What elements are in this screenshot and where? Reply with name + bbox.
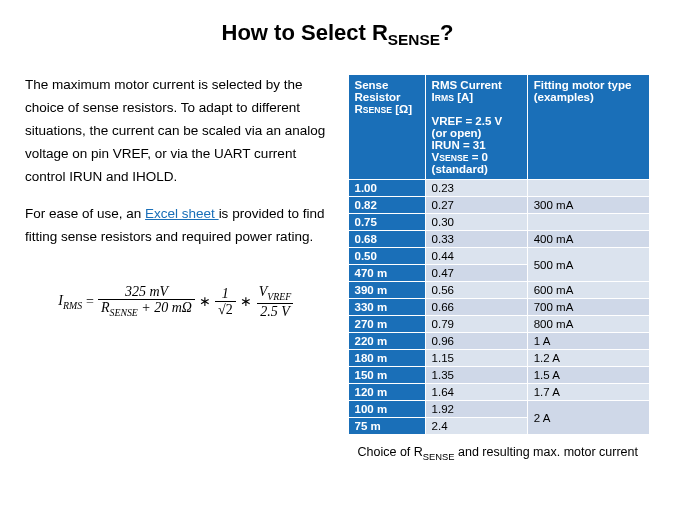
cell-irms: 1.64 bbox=[425, 384, 527, 401]
table-row: 0.680.33400 mA bbox=[348, 231, 650, 248]
main-layout: The maximum motor current is selected by… bbox=[25, 74, 650, 462]
cell-rsense: 0.50 bbox=[348, 248, 425, 265]
table-caption: Choice of RSENSE and resulting max. moto… bbox=[348, 445, 651, 462]
cell-irms: 0.23 bbox=[425, 180, 527, 197]
cell-motor: 300 mA bbox=[527, 197, 649, 214]
cell-motor: 1 A bbox=[527, 333, 649, 350]
intro2-a: For ease of use, an bbox=[25, 206, 145, 221]
cell-irms: 0.44 bbox=[425, 248, 527, 265]
cell-motor: 1.5 A bbox=[527, 367, 649, 384]
title-prefix: How to Select R bbox=[222, 20, 388, 45]
col-header-rsense: Sense Resistor RSENSE [Ω] bbox=[348, 75, 425, 180]
cell-irms: 0.30 bbox=[425, 214, 527, 231]
cell-irms: 1.35 bbox=[425, 367, 527, 384]
cell-rsense: 330 m bbox=[348, 299, 425, 316]
cell-irms: 1.15 bbox=[425, 350, 527, 367]
table-row: 330 m0.66700 mA bbox=[348, 299, 650, 316]
title-suffix: ? bbox=[440, 20, 453, 45]
cell-motor: 500 mA bbox=[527, 248, 649, 282]
formula-mult1: ∗ bbox=[199, 290, 211, 314]
formula-mult2: ∗ bbox=[240, 290, 252, 314]
table-row: 390 m0.56600 mA bbox=[348, 282, 650, 299]
formula-frac2: 1 √2 bbox=[215, 286, 236, 318]
formula-lhs: IRMS bbox=[58, 289, 82, 314]
cell-irms: 0.56 bbox=[425, 282, 527, 299]
cell-irms: 0.27 bbox=[425, 197, 527, 214]
formula-frac1: 325 mV RSENSE + 20 mΩ bbox=[98, 284, 195, 319]
formula: IRMS = 325 mV RSENSE + 20 mΩ ∗ 1 √2 ∗ VV… bbox=[25, 284, 328, 319]
cell-rsense: 470 m bbox=[348, 265, 425, 282]
cell-rsense: 220 m bbox=[348, 333, 425, 350]
cell-irms: 0.47 bbox=[425, 265, 527, 282]
cell-irms: 0.66 bbox=[425, 299, 527, 316]
cell-motor: 800 mA bbox=[527, 316, 649, 333]
cell-rsense: 0.75 bbox=[348, 214, 425, 231]
cell-rsense: 390 m bbox=[348, 282, 425, 299]
rsense-table: Sense Resistor RSENSE [Ω] RMS Current IR… bbox=[348, 74, 651, 435]
cell-motor: 2 A bbox=[527, 401, 649, 435]
cell-motor: 1.7 A bbox=[527, 384, 649, 401]
cell-motor bbox=[527, 180, 649, 197]
page-title: How to Select RSENSE? bbox=[25, 20, 650, 49]
cell-rsense: 0.68 bbox=[348, 231, 425, 248]
cell-irms: 0.79 bbox=[425, 316, 527, 333]
cell-motor bbox=[527, 214, 649, 231]
cell-motor: 700 mA bbox=[527, 299, 649, 316]
cell-rsense: 75 m bbox=[348, 418, 425, 435]
cell-rsense: 100 m bbox=[348, 401, 425, 418]
cell-rsense: 1.00 bbox=[348, 180, 425, 197]
table-row: 180 m1.151.2 A bbox=[348, 350, 650, 367]
table-row: 220 m0.961 A bbox=[348, 333, 650, 350]
left-column: The maximum motor current is selected by… bbox=[25, 74, 328, 462]
intro-paragraph-1: The maximum motor current is selected by… bbox=[25, 74, 328, 189]
title-subscript: SENSE bbox=[388, 31, 440, 48]
col-header-motor: Fitting motor type (examples) bbox=[527, 75, 649, 180]
table-row: 150 m1.351.5 A bbox=[348, 367, 650, 384]
table-row: 120 m1.641.7 A bbox=[348, 384, 650, 401]
excel-sheet-link[interactable]: Excel sheet bbox=[145, 206, 219, 221]
table-row: 270 m0.79800 mA bbox=[348, 316, 650, 333]
right-column: Sense Resistor RSENSE [Ω] RMS Current IR… bbox=[348, 74, 651, 462]
cell-rsense: 0.82 bbox=[348, 197, 425, 214]
cell-irms: 0.96 bbox=[425, 333, 527, 350]
cell-rsense: 270 m bbox=[348, 316, 425, 333]
formula-frac3: VVREF 2.5 V bbox=[256, 284, 295, 319]
table-row: 100 m1.922 A bbox=[348, 401, 650, 418]
intro-paragraph-2: For ease of use, an Excel sheet is provi… bbox=[25, 203, 328, 249]
formula-eq: = bbox=[86, 290, 94, 314]
cell-rsense: 120 m bbox=[348, 384, 425, 401]
cell-motor: 400 mA bbox=[527, 231, 649, 248]
table-row: 0.500.44500 mA bbox=[348, 248, 650, 265]
col-header-irms: RMS Current IRMS [A] VREF = 2.5 V (or op… bbox=[425, 75, 527, 180]
cell-rsense: 180 m bbox=[348, 350, 425, 367]
cell-rsense: 150 m bbox=[348, 367, 425, 384]
cell-irms: 2.4 bbox=[425, 418, 527, 435]
cell-irms: 1.92 bbox=[425, 401, 527, 418]
cell-irms: 0.33 bbox=[425, 231, 527, 248]
table-row: 0.820.27300 mA bbox=[348, 197, 650, 214]
table-row: 0.750.30 bbox=[348, 214, 650, 231]
cell-motor: 1.2 A bbox=[527, 350, 649, 367]
table-row: 1.000.23 bbox=[348, 180, 650, 197]
cell-motor: 600 mA bbox=[527, 282, 649, 299]
